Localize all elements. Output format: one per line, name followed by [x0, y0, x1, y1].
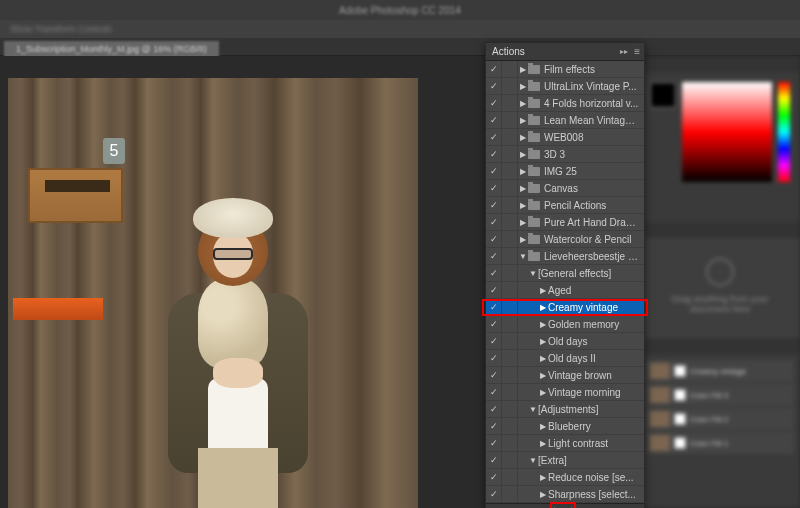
chevron-right-icon[interactable]: ▶: [518, 82, 528, 91]
action-tree-cell[interactable]: ▶UltraLinx Vintage P...: [518, 78, 640, 94]
action-tree-cell[interactable]: ▶Canvas: [518, 180, 640, 196]
panel-menu-icon[interactable]: ≡: [634, 46, 638, 57]
action-row[interactable]: ✓▶Lean Mean Vintage ...: [486, 112, 644, 129]
action-tree-cell[interactable]: ▼Lieveheersbeestje vi...: [518, 248, 640, 264]
action-row[interactable]: ✓▶Golden memory: [486, 316, 644, 333]
toggle-check[interactable]: ✓: [486, 163, 502, 179]
dialog-toggle[interactable]: [502, 299, 518, 315]
action-row[interactable]: ✓▶4 Folds horizontal v...: [486, 95, 644, 112]
libraries-panel[interactable]: Drag anything from your document here: [640, 238, 800, 338]
action-tree-cell[interactable]: ▶Watercolor & Pencil: [518, 231, 640, 247]
chevron-down-icon[interactable]: ▼: [528, 269, 538, 278]
action-tree-cell[interactable]: ▶Reduce noise [se...: [518, 469, 640, 485]
color-panel[interactable]: [640, 72, 800, 222]
chevron-right-icon[interactable]: ▶: [518, 218, 528, 227]
chevron-right-icon[interactable]: ▶: [538, 490, 548, 499]
dialog-toggle[interactable]: [502, 214, 518, 230]
action-row[interactable]: ✓▶Pencil Actions: [486, 197, 644, 214]
dialog-toggle[interactable]: [502, 367, 518, 383]
toggle-check[interactable]: ✓: [486, 418, 502, 434]
action-row[interactable]: ✓▶WEB008: [486, 129, 644, 146]
action-row[interactable]: ✓▼[Adjustments]: [486, 401, 644, 418]
action-row[interactable]: ✓▶Old days II: [486, 350, 644, 367]
dialog-toggle[interactable]: [502, 163, 518, 179]
foreground-swatch[interactable]: [650, 82, 676, 108]
action-row[interactable]: ✓▶Aged: [486, 282, 644, 299]
action-tree-cell[interactable]: ▶IMG 25: [518, 163, 640, 179]
action-tree-cell[interactable]: ▶Light contrast: [518, 435, 640, 451]
action-tree-cell[interactable]: ▶Blueberry: [518, 418, 640, 434]
color-spectrum[interactable]: [682, 82, 772, 182]
toggle-check[interactable]: ✓: [486, 180, 502, 196]
toggle-check[interactable]: ✓: [486, 214, 502, 230]
dialog-toggle[interactable]: [502, 231, 518, 247]
toggle-check[interactable]: ✓: [486, 282, 502, 298]
dialog-toggle[interactable]: [502, 316, 518, 332]
chevron-right-icon[interactable]: ▶: [538, 337, 548, 346]
action-tree-cell[interactable]: ▶Old days: [518, 333, 640, 349]
chevron-down-icon[interactable]: ▼: [518, 252, 528, 261]
actions-panel-header[interactable]: Actions ▸▸ ≡: [486, 43, 644, 61]
action-tree-cell[interactable]: ▼[Adjustments]: [518, 401, 640, 417]
chevron-right-icon[interactable]: ▶: [538, 422, 548, 431]
action-tree-cell[interactable]: ▶Creamy vintage: [518, 299, 640, 315]
action-row[interactable]: ✓▶Creamy vintage: [486, 299, 644, 316]
toggle-check[interactable]: ✓: [486, 367, 502, 383]
toggle-check[interactable]: ✓: [486, 435, 502, 451]
dialog-toggle[interactable]: [502, 486, 518, 502]
action-row[interactable]: ✓▼Lieveheersbeestje vi...: [486, 248, 644, 265]
actions-list[interactable]: ✓▶Film effects✓▶UltraLinx Vintage P...✓▶…: [486, 61, 644, 503]
layers-panel[interactable]: Creamy vintageColor Fill 3Color Fill 2Co…: [640, 354, 800, 508]
chevron-down-icon[interactable]: ▼: [528, 456, 538, 465]
action-tree-cell[interactable]: ▶Sharpness [select...: [518, 486, 640, 502]
toggle-check[interactable]: ✓: [486, 350, 502, 366]
toggle-check[interactable]: ✓: [486, 197, 502, 213]
action-row[interactable]: ✓▶Vintage morning: [486, 384, 644, 401]
toggle-check[interactable]: ✓: [486, 333, 502, 349]
chevron-right-icon[interactable]: ▶: [518, 201, 528, 210]
dialog-toggle[interactable]: [502, 418, 518, 434]
chevron-right-icon[interactable]: ▶: [518, 116, 528, 125]
action-row[interactable]: ✓▼[Extra]: [486, 452, 644, 469]
dialog-toggle[interactable]: [502, 333, 518, 349]
dialog-toggle[interactable]: [502, 384, 518, 400]
dialog-toggle[interactable]: [502, 146, 518, 162]
chevron-right-icon[interactable]: ▶: [538, 320, 548, 329]
chevron-right-icon[interactable]: ▶: [518, 150, 528, 159]
action-tree-cell[interactable]: ▶Old days II: [518, 350, 640, 366]
toggle-check[interactable]: ✓: [486, 112, 502, 128]
action-tree-cell[interactable]: ▶WEB008: [518, 129, 640, 145]
dialog-toggle[interactable]: [502, 61, 518, 77]
toggle-check[interactable]: ✓: [486, 248, 502, 264]
dialog-toggle[interactable]: [502, 197, 518, 213]
toggle-check[interactable]: ✓: [486, 401, 502, 417]
action-tree-cell[interactable]: ▶Pencil Actions: [518, 197, 640, 213]
chevron-down-icon[interactable]: ▼: [528, 405, 538, 414]
dialog-toggle[interactable]: [502, 401, 518, 417]
chevron-right-icon[interactable]: ▶: [538, 473, 548, 482]
action-tree-cell[interactable]: ▶Film effects: [518, 61, 640, 77]
action-row[interactable]: ✓▶Vintage brown: [486, 367, 644, 384]
chevron-right-icon[interactable]: ▶: [518, 167, 528, 176]
chevron-right-icon[interactable]: ▶: [538, 286, 548, 295]
layer-row[interactable]: Color Fill 3: [646, 384, 794, 406]
toggle-check[interactable]: ✓: [486, 316, 502, 332]
dialog-toggle[interactable]: [502, 180, 518, 196]
chevron-right-icon[interactable]: ▶: [538, 354, 548, 363]
action-row[interactable]: ✓▶Watercolor & Pencil: [486, 231, 644, 248]
toggle-check[interactable]: ✓: [486, 299, 502, 315]
action-row[interactable]: ✓▶3D 3: [486, 146, 644, 163]
panel-collapse-icon[interactable]: ▸▸: [620, 47, 628, 56]
toggle-check[interactable]: ✓: [486, 452, 502, 468]
dialog-toggle[interactable]: [502, 282, 518, 298]
document-canvas[interactable]: 5: [8, 78, 418, 508]
toggle-check[interactable]: ✓: [486, 486, 502, 502]
action-tree-cell[interactable]: ▶Lean Mean Vintage ...: [518, 112, 640, 128]
chevron-right-icon[interactable]: ▶: [518, 235, 528, 244]
dialog-toggle[interactable]: [502, 78, 518, 94]
toggle-check[interactable]: ✓: [486, 61, 502, 77]
action-row[interactable]: ✓▶Canvas: [486, 180, 644, 197]
dialog-toggle[interactable]: [502, 129, 518, 145]
action-tree-cell[interactable]: ▶4 Folds horizontal v...: [518, 95, 640, 111]
chevron-right-icon[interactable]: ▶: [538, 439, 548, 448]
